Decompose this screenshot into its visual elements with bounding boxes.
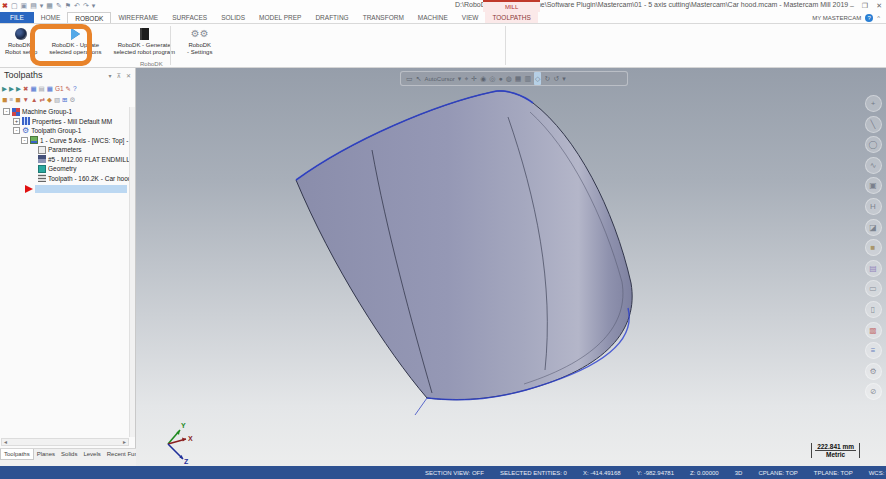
post-icon[interactable]: G1 [55,84,64,93]
grid-icon[interactable]: ▦ [515,72,522,85]
gview-icon[interactable]: ⌖ [464,72,468,85]
undo-icon[interactable]: ↶ [74,0,80,12]
robodk-settings-button[interactable]: ⚙⚙ RoboDK - Settings [184,25,215,57]
open-dropdown-icon[interactable]: ▾ [40,0,44,12]
expander-icon[interactable]: - [3,108,10,115]
move-arrows-icon[interactable]: ⇄ [39,95,44,104]
regen-all-icon[interactable]: ✖ [23,84,28,93]
midpoint-icon[interactable]: ● [498,72,502,85]
tab-machine[interactable]: MACHINE [411,12,455,23]
close-button[interactable]: ✕ [876,0,882,12]
chevron-down-icon[interactable]: ▾ [458,72,462,85]
tree-item-toolpath-file[interactable]: Toolpath - 160.2K - Car hood.NC - Prog [1,174,129,184]
tab-transform[interactable]: TRANSFORM [356,12,411,23]
panel-pin-icon[interactable]: ⊼ [117,72,121,79]
simulate-icon[interactable]: ▦ [47,84,53,93]
autocursor-label[interactable]: AutoCursor [425,76,455,82]
origin-icon[interactable]: ✛ [471,72,477,85]
tab-home[interactable]: HOME [34,12,68,23]
move-down-icon[interactable]: ▼ [23,95,29,104]
mode-3d-toggle[interactable]: 3D [735,470,743,476]
restore-button[interactable]: ❐ [862,0,868,12]
panel-tab-toolpaths[interactable]: Toolpaths [0,449,34,460]
hatch-icon[interactable]: ▩ [865,322,882,339]
robodk-update-selected-operations-button[interactable]: RoboDK - Update selected operations [46,25,104,57]
qat-customize-icon[interactable]: ▾ [92,0,96,12]
insert-position-row[interactable] [1,184,129,194]
tree-item-machine-group[interactable]: - Machine Group-1 [1,107,129,117]
help-icon[interactable]: ? [865,14,873,22]
insert-arrow-icon[interactable]: ◆ [47,95,52,104]
tree-item-toolpath-group[interactable]: - ⚙ Toolpath Group-1 [1,126,129,136]
tree-item-operation[interactable]: - 1 - Curve 5 Axis - [WCS: Top] - [Tplan… [1,136,129,146]
solid-cube-icon[interactable]: ■ [865,239,882,256]
section-view-status[interactable]: SECTION VIEW: OFF [425,470,484,476]
my-mastercam-label[interactable]: MY MASTERCAM [812,15,861,21]
tab-drafting[interactable]: DRAFTING [308,12,355,23]
move-up-icon[interactable]: ▲ [31,95,37,104]
expander-icon[interactable]: - [13,127,20,134]
regen-selected-icon[interactable]: ▶ [16,84,21,93]
panel-tab-solids[interactable]: Solids [58,449,80,459]
expander-icon[interactable]: + [13,118,20,125]
bounds-icon[interactable]: ▭ [865,280,882,297]
note-icon[interactable]: ▯ [865,301,882,318]
select-none-ops-icon[interactable]: ▶ [9,84,14,93]
refresh-icon[interactable]: ↻ [544,72,550,85]
settings-gear-icon[interactable]: ⚙ [865,363,882,380]
robodk-robot-setup-button[interactable]: RoboDK - Robot setup [2,25,40,57]
planes-icon[interactable]: ▤ [865,260,882,277]
ribbon-collapse-icon[interactable]: ^ [877,15,880,21]
folder-icon[interactable]: ▧ [54,95,60,104]
help-icon[interactable]: ? [73,84,77,93]
quadrant-icon[interactable]: ◍ [506,72,512,85]
snap-icon[interactable]: ▥ [524,72,531,85]
tab-robodk[interactable]: ROBODK [67,12,111,23]
tree-item-properties[interactable]: + Properties - Mill Default MM [1,117,129,127]
panel-close-icon[interactable]: ✕ [126,72,131,79]
tab-surfaces[interactable]: SURFACES [165,12,214,23]
select-all-ops-icon[interactable]: ▶ [2,84,7,93]
levels-icon[interactable]: ≡ [865,342,882,359]
viewport-canvas[interactable]: ▭ ↖ AutoCursor ▾ ⌖ ✛ ◉ ◎ ● ◍ ▦ ▥ ◇ ↻ ↺ ▾… [136,68,886,466]
midpoint-entity-icon[interactable]: Η [865,198,882,215]
tab-view[interactable]: VIEW [455,12,486,23]
tab-model-prep[interactable]: MODEL PREP [252,12,308,23]
options-gear-icon[interactable]: ⚙ [70,95,76,104]
tplane-selector[interactable]: TPLANE: TOP [814,470,853,476]
circle-select-icon[interactable]: ◎ [489,72,495,85]
print-icon[interactable]: ▦ [46,0,53,12]
new-file-icon[interactable]: ▢ [11,0,18,12]
point-select-icon[interactable]: ◉ [480,72,486,85]
more-dropdown-icon[interactable]: ▾ [562,72,566,85]
lock2-icon[interactable]: ◼ [15,95,20,104]
redo-icon[interactable]: ↷ [83,0,89,12]
surface-icon[interactable]: ▣ [865,177,882,194]
tab-toolpaths[interactable]: TOOLPATHS [485,12,537,23]
tab-file[interactable]: FILE [0,12,34,23]
lock-icon[interactable]: ▭ [406,72,413,85]
backplot-icon[interactable]: ▦ [30,84,36,93]
minimize-button[interactable]: – [850,0,854,12]
display-icon[interactable]: ⊞ [62,95,67,104]
wcs-selector[interactable]: WCS: TOP [869,470,886,476]
open-icon[interactable]: ▤ [30,0,37,12]
save-as-icon[interactable]: ✎ [56,0,62,12]
tab-wireframe[interactable]: WIREFRAME [111,12,165,23]
edit-icon[interactable]: ✎ [66,84,71,93]
robodk-generate-robot-program-button[interactable]: RoboDK - Generate selected robot program [110,25,178,57]
tree-item-tool[interactable]: #5 - M12.00 FLAT ENDMILL - FLAT END [1,155,129,165]
active-snap-icon[interactable]: ◇ [534,72,541,85]
tree-vertical-scrollbar[interactable] [129,107,135,437]
expander-icon[interactable]: - [21,137,28,144]
panel-tab-levels[interactable]: Levels [80,449,103,459]
tab-solids[interactable]: SOLIDS [214,12,252,23]
export-flag-icon[interactable]: ⚑ [65,0,71,12]
panel-tab-planes[interactable]: Planes [34,449,58,459]
tree-item-parameters[interactable]: Parameters [1,145,129,155]
rotate-icon[interactable]: ↺ [553,72,559,85]
line-icon[interactable]: ╲ [865,116,882,133]
list-icon[interactable]: ≡ [9,95,13,104]
tree-item-geometry[interactable]: Geometry [1,164,129,174]
lock-icon[interactable]: ◼ [2,95,7,104]
